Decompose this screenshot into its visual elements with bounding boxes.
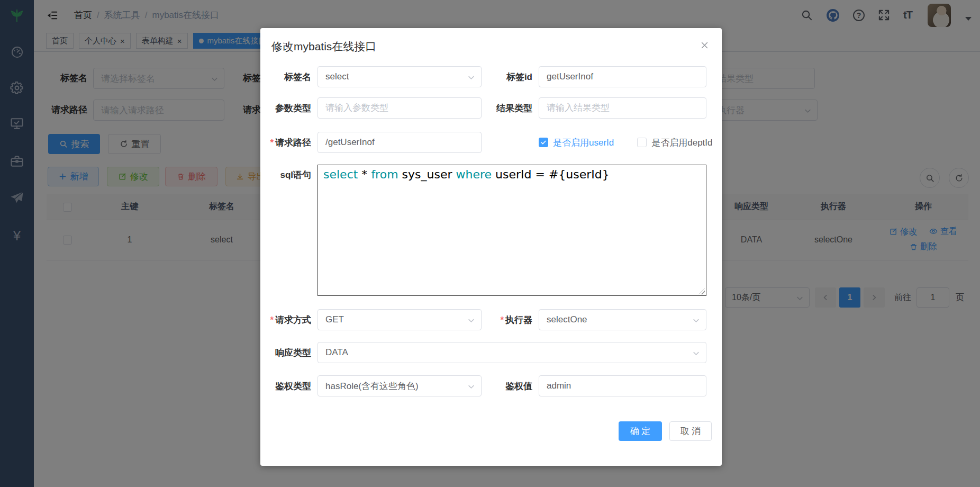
dialog-sql-label: sql语句 [260, 169, 317, 181]
dialog-param-type-input[interactable] [317, 97, 482, 119]
dialog-response-type-select[interactable]: DATA [317, 342, 706, 363]
dialog-auth-value-label: 鉴权值 [482, 380, 539, 392]
dialog-param-type-label: 参数类型 [260, 102, 317, 114]
dialog-tag-name-label: 标签名 [260, 71, 317, 83]
confirm-button[interactable]: 确 定 [619, 421, 662, 441]
dialog-auth-type-label: 鉴权类型 [260, 380, 317, 392]
check-icon [540, 139, 547, 146]
dialog-request-path-input[interactable] [317, 132, 482, 153]
dialog-auth-type-select[interactable]: hasRole(含有这些角色) [317, 375, 482, 396]
deptid-checkbox-label[interactable]: 是否启用deptId [651, 137, 712, 149]
dialog-result-type-label: 结果类型 [482, 102, 539, 114]
dialog-close-button[interactable] [700, 41, 709, 50]
dialog-tag-id-input[interactable] [539, 66, 706, 87]
dialog-tag-name-select[interactable]: select [317, 66, 482, 87]
dialog-title: 修改mybatis在线接口 [260, 40, 722, 53]
chevron-down-icon [692, 317, 700, 324]
dialog-request-method-label: *请求方式 [260, 314, 317, 326]
dialog-auth-value-input[interactable] [539, 375, 706, 396]
sql-editor[interactable]: select * from sys_user where userId = #{… [317, 165, 706, 296]
cancel-button[interactable]: 取 消 [669, 421, 712, 441]
userid-checkbox-label[interactable]: 是否启用userId [553, 137, 614, 149]
resize-grip-icon[interactable] [698, 288, 705, 294]
dialog-request-method-select[interactable]: GET [317, 309, 482, 330]
chevron-down-icon [467, 74, 475, 82]
edit-interface-dialog: 修改mybatis在线接口 标签名 select 标签id 参数类型 结果类型 [260, 28, 722, 466]
dialog-executor-label: *执行器 [482, 314, 539, 326]
userid-checkbox[interactable] [539, 138, 548, 147]
dialog-response-type-label: 响应类型 [260, 347, 317, 359]
dialog-request-path-label: *请求路径 [260, 137, 317, 149]
deptid-checkbox[interactable] [637, 138, 647, 147]
dialog-result-type-input[interactable] [539, 97, 706, 119]
chevron-down-icon [467, 383, 475, 391]
chevron-down-icon [692, 349, 700, 357]
dialog-tag-id-label: 标签id [482, 71, 539, 83]
dialog-executor-select[interactable]: selectOne [539, 309, 706, 330]
close-icon [700, 41, 709, 50]
chevron-down-icon [467, 317, 475, 324]
